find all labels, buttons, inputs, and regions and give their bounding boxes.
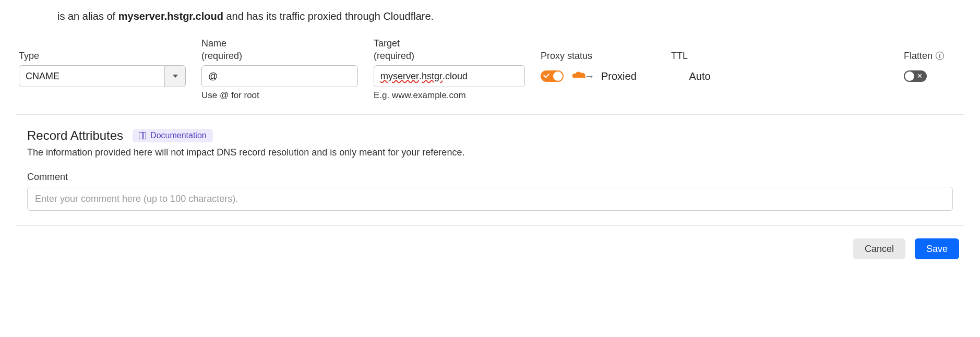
target-part-2: hstgr [422, 71, 443, 82]
target-part-3: .cloud [443, 71, 468, 82]
flatten-label: Flatten [904, 50, 933, 62]
ttl-field: TTL Auto [671, 37, 728, 87]
type-label: Type [19, 50, 186, 62]
target-part-1: myserver [380, 71, 419, 82]
target-required-hint: (required) [374, 50, 525, 62]
type-select-value[interactable]: CNAME [19, 65, 165, 87]
type-field: Type CNAME [19, 37, 186, 87]
dns-record-form-row: Type CNAME Name (required) Use @ for roo… [16, 37, 964, 115]
target-field: Target (required) myserver.hstgr.cloud E… [374, 37, 525, 101]
desc-prefix: is an alias of [57, 10, 118, 22]
x-icon: ✕ [917, 72, 923, 80]
proxy-status-field: Proxy status Proxied [541, 37, 655, 87]
name-required-hint: (required) [201, 50, 358, 62]
record-attributes-title: Record Attributes [27, 128, 123, 143]
proxy-status-text: Proxied [601, 70, 637, 82]
target-helper: E.g. www.example.com [374, 90, 525, 101]
ttl-label: TTL [671, 50, 728, 62]
documentation-link[interactable]: Documentation [133, 129, 213, 142]
target-label: Target [374, 38, 525, 50]
save-button[interactable]: Save [915, 238, 959, 259]
chevron-down-icon [173, 75, 178, 78]
flatten-toggle[interactable]: ✕ [904, 70, 927, 82]
type-select[interactable]: CNAME [19, 65, 186, 87]
comment-input[interactable] [27, 187, 953, 211]
book-icon [139, 132, 146, 139]
target-input[interactable]: myserver.hstgr.cloud [374, 65, 525, 87]
desc-suffix: and has its traffic proxied through Clou… [223, 10, 434, 22]
cancel-button[interactable]: Cancel [853, 238, 905, 259]
name-helper: Use @ for root [201, 90, 358, 101]
proxy-toggle[interactable] [541, 70, 564, 82]
record-attributes-description: The information provided here will not i… [27, 147, 953, 158]
form-footer: Cancel Save [16, 226, 964, 264]
info-icon[interactable]: i [936, 52, 944, 60]
type-select-dropdown-button[interactable] [165, 65, 186, 87]
record-description: is an alias of myserver.hstgr.cloud and … [57, 10, 964, 22]
name-label: Name [201, 38, 358, 50]
record-attributes-section: Record Attributes Documentation The info… [16, 115, 964, 226]
ttl-value: Auto [671, 65, 728, 87]
comment-label: Comment [27, 172, 953, 183]
proxy-status-label: Proxy status [541, 50, 655, 62]
name-input[interactable] [201, 65, 358, 87]
documentation-link-text: Documentation [150, 131, 207, 140]
cloud-proxy-icon [571, 70, 594, 82]
flatten-field: Flatten i ✕ [904, 37, 961, 87]
name-field: Name (required) Use @ for root [201, 37, 358, 101]
desc-hostname: myserver.hstgr.cloud [118, 10, 223, 22]
